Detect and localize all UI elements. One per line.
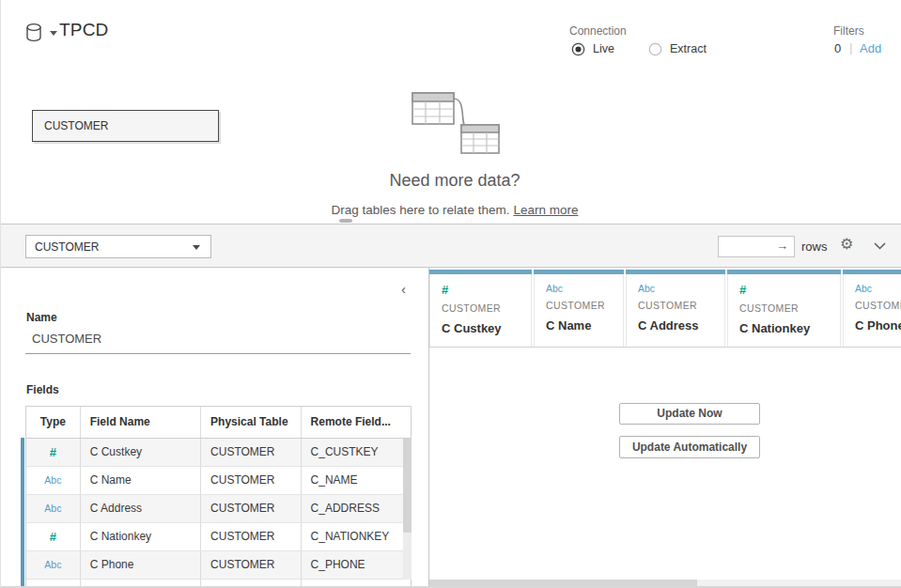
radio-live-label: Live xyxy=(593,42,614,55)
grid-column-header[interactable]: # CUSTOMER C Nationkey xyxy=(727,270,841,347)
rows-label: rows xyxy=(801,240,827,254)
chevron-down-icon[interactable] xyxy=(874,242,886,250)
field-name-cell: C Address xyxy=(81,495,201,522)
connection-label: Connection xyxy=(569,24,627,38)
number-type-icon: # xyxy=(26,439,81,466)
arrow-right-icon: → xyxy=(776,239,788,253)
number-type-icon: # xyxy=(739,283,840,297)
rows-count-input[interactable]: → xyxy=(718,236,795,257)
column-field-name: C Nationkey xyxy=(739,321,840,335)
table-row[interactable]: # C Nationkey CUSTOMER C_NATIONKEY xyxy=(26,523,411,551)
table-row[interactable]: # C Custkey CUSTOMER C_CUSTKEY xyxy=(26,439,411,467)
fields-label: Fields xyxy=(26,383,59,396)
remote-field-cell: C_CUSTKEY xyxy=(302,439,411,466)
fields-vertical-scrollbar[interactable] xyxy=(403,439,412,580)
col-header-field-name: Field Name xyxy=(81,407,201,438)
empty-state-title: Need more data? xyxy=(267,171,643,191)
column-field-name: C Name xyxy=(546,318,623,333)
column-table-name: CUSTOMER xyxy=(739,302,840,314)
col-header-physical-table: Physical Table xyxy=(201,407,301,438)
learn-more-link[interactable]: Learn more xyxy=(513,203,578,217)
grid-horizontal-scrollbar[interactable] xyxy=(429,580,901,588)
drag-hint-text: Drag tables here to relate them. xyxy=(332,203,510,217)
filters-count: 0 xyxy=(834,41,841,55)
radio-extract[interactable]: Extract xyxy=(648,41,707,56)
physical-table-cell: CUSTOMER xyxy=(201,523,301,550)
grid-column-header[interactable]: Abc CUSTOMER C Address xyxy=(626,270,725,347)
radio-extract-label: Extract xyxy=(670,42,707,55)
physical-table-cell: CUSTOMER xyxy=(201,467,301,494)
string-type-icon: Abc xyxy=(855,283,901,294)
physical-table-cell: CUSTOMER xyxy=(201,551,301,579)
column-field-name: C Phone xyxy=(855,318,901,333)
column-field-name: C Address xyxy=(638,318,724,333)
column-table-name: CUSTOMER xyxy=(546,300,623,311)
field-name-cell: C Custkey xyxy=(81,439,201,466)
remote-field-cell: C_NAME xyxy=(302,467,411,494)
string-type-icon: Abc xyxy=(26,551,81,579)
scrollbar-thumb[interactable] xyxy=(403,439,412,533)
table-select-value: CUSTOMER xyxy=(35,240,99,254)
filters-add-link[interactable]: Add xyxy=(860,41,881,55)
caret-down-icon xyxy=(50,31,57,36)
remote-field-cell: C_NATIONKEY xyxy=(302,523,411,550)
page-title: TPCD xyxy=(59,20,109,40)
datasource-menu-button[interactable] xyxy=(25,23,57,45)
name-input-underline xyxy=(25,353,411,354)
radio-selected-icon xyxy=(571,42,585,56)
caret-down-icon xyxy=(193,245,200,250)
number-type-icon: # xyxy=(26,523,81,550)
radio-unselected-icon xyxy=(648,42,662,56)
update-now-button[interactable]: Update Now xyxy=(619,403,760,425)
fields-accent-bar xyxy=(21,438,24,588)
table-row[interactable]: Abc C Address CUSTOMER C_ADDRESS xyxy=(26,495,411,523)
string-type-icon: Abc xyxy=(26,495,81,522)
table-row[interactable]: Abc C Name CUSTOMER C_NAME xyxy=(26,467,411,495)
remote-field-cell: C_ADDRESS xyxy=(302,495,411,522)
col-header-type: Type xyxy=(26,407,81,438)
string-type-icon: Abc xyxy=(26,467,81,494)
number-type-icon: # xyxy=(442,283,531,297)
physical-table-cell: CUSTOMER xyxy=(201,495,301,522)
database-icon xyxy=(25,23,44,43)
col-header-remote-field: Remote Field... xyxy=(302,407,411,438)
logical-table-label: CUSTOMER xyxy=(44,119,108,132)
data-grid: # CUSTOMER C Custkey Abc CUSTOMER C Name… xyxy=(429,268,901,588)
field-name-cell: C Name xyxy=(81,467,201,494)
empty-state-subtitle: Drag tables here to relate them.Learn mo… xyxy=(173,203,737,217)
field-name-cell: C Nationkey xyxy=(81,523,201,550)
column-table-name: CUSTOMER xyxy=(855,300,901,311)
table-name-input[interactable] xyxy=(32,332,403,346)
fields-table-header: Type Field Name Physical Table Remote Fi… xyxy=(26,407,411,439)
column-table-name: CUSTOMER xyxy=(442,302,531,314)
collapse-panel-icon[interactable]: ‹ xyxy=(401,281,406,297)
fields-table: Type Field Name Physical Table Remote Fi… xyxy=(25,406,412,588)
radio-live[interactable]: Live xyxy=(571,41,614,56)
gear-icon[interactable]: ⚙ xyxy=(840,237,853,252)
remote-field-cell: C_PHONE xyxy=(302,551,411,579)
logical-table-customer[interactable]: CUSTOMER xyxy=(32,110,219,142)
column-table-name: CUSTOMER xyxy=(638,300,724,311)
string-type-icon: Abc xyxy=(638,283,724,294)
scrollbar-thumb[interactable] xyxy=(429,580,697,588)
grid-column-header[interactable]: Abc CUSTOMER C Phone xyxy=(843,270,901,347)
field-name-cell: C Phone xyxy=(81,551,201,579)
filters-label: Filters xyxy=(833,24,864,38)
splitter-handle[interactable] xyxy=(339,219,352,223)
table-select-dropdown[interactable]: CUSTOMER xyxy=(25,235,211,258)
physical-table-cell: CUSTOMER xyxy=(201,439,301,466)
update-automatically-button[interactable]: Update Automatically xyxy=(619,436,760,458)
column-field-name: C Custkey xyxy=(442,321,531,335)
table-row[interactable]: Abc C Phone CUSTOMER C_PHONE xyxy=(26,551,411,580)
tableau-datasource-page: TPCD Connection Live Extract Filters 0 |… xyxy=(0,0,901,588)
string-type-icon: Abc xyxy=(546,283,623,294)
name-label: Name xyxy=(26,311,57,324)
tables-illustration-icon xyxy=(405,87,503,157)
table-row-partial xyxy=(26,580,411,588)
grid-column-header[interactable]: Abc CUSTOMER C Name xyxy=(534,270,624,347)
grid-column-header[interactable]: # CUSTOMER C Custkey xyxy=(429,270,532,347)
filters-separator: | xyxy=(849,40,852,54)
grid-header-border xyxy=(429,347,901,348)
